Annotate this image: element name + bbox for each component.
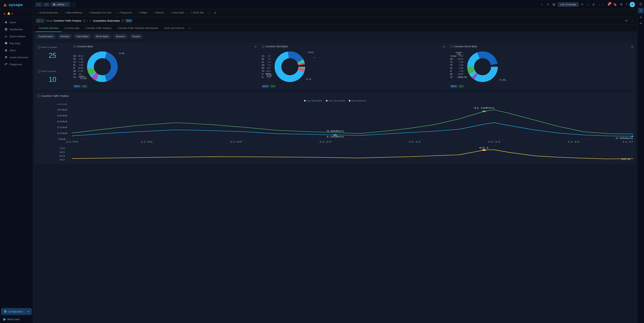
group-selector[interactable] <box>36 19 44 23</box>
group-info-icon[interactable]: i <box>83 20 86 22</box>
filter-server-bytes[interactable]: Server Bytes <box>93 34 112 39</box>
sessions-peak-label: 63.1 <box>479 147 489 149</box>
user-avatar[interactable]: A <box>630 2 635 7</box>
page-title: Countries Overview <box>93 19 120 22</box>
timeline-info-icon[interactable]: i <box>37 95 40 97</box>
tab-label-widget: Widget <box>140 11 147 14</box>
apps-button[interactable]: ⋮⋮ <box>597 2 605 7</box>
refresh-button[interactable] <box>591 2 596 7</box>
tab-widget[interactable]: □ Widget <box>136 9 150 17</box>
sub-tab-label-3: Countries Traffic Timelines with Baselin… <box>118 27 158 30</box>
table-button[interactable] <box>552 2 556 7</box>
star-button[interactable]: ☆ <box>540 2 544 7</box>
add-sub-tab-button[interactable]: + <box>188 27 192 30</box>
back-icon <box>37 3 40 6</box>
svg-point-1 <box>4 5 5 6</box>
y-label-30m: 30M <box>57 109 67 111</box>
tab-alerts12[interactable]: □ Alerts12 <box>151 9 167 17</box>
sub-tab-countries-overview[interactable]: Countries Overview <box>36 25 62 32</box>
whats-new-button[interactable]: What's new? <box>3 318 30 321</box>
y2-label-40: 40 <box>59 159 65 161</box>
tab-hosts-dash[interactable]: □ Hosts Dash <box>168 9 187 17</box>
breadcrumb-star[interactable]: ☆ <box>89 19 92 22</box>
sub-tab-traffic-stats[interactable]: Countries Traffic Statistics <box>82 25 115 32</box>
bar-icon <box>640 16 642 18</box>
sidebar-item-home[interactable]: Home <box>1 19 32 26</box>
right-panel-bar-btn[interactable] <box>638 14 644 20</box>
help-button[interactable]: ? <box>625 2 628 7</box>
filter-country-name[interactable]: Country Name <box>36 34 56 39</box>
sidebar-item-assets-discovery[interactable]: Assets Discovery <box>1 54 32 61</box>
dropdown-icon <box>40 20 43 22</box>
sessions-dot <box>349 100 350 102</box>
right-panel-list-btn[interactable] <box>638 21 644 26</box>
sub-tab-alerts-protocols[interactable]: Alerts and Protocols <box>161 25 187 32</box>
legend-ie-label: IE <box>73 67 75 70</box>
client-info-icon[interactable]: i <box>38 70 40 73</box>
y-label-35m: 35M <box>57 104 67 105</box>
tab-close-button[interactable]: ✕ <box>213 11 217 14</box>
sub-tab-traffic-timelines[interactable]: Countries Traffic Timelines with Baselin… <box>114 25 161 32</box>
filter-packets[interactable]: Packets <box>129 34 143 39</box>
sidebar-item-raw-data[interactable]: Raw Data <box>1 40 32 47</box>
add-tab-button[interactable]: + <box>71 2 76 7</box>
sidebar-item-quick-analysis[interactable]: Quick Analysis <box>1 33 32 40</box>
notifications-button[interactable]: 5 <box>606 2 611 7</box>
page-info-icon[interactable]: i <box>121 20 124 22</box>
bytes-info-icon[interactable]: i <box>73 45 76 48</box>
edit-button[interactable]: ✏ <box>624 18 628 23</box>
more-button[interactable]: ⋮ <box>630 18 634 23</box>
filter-client-bytes[interactable]: Client Bytes <box>74 34 92 39</box>
tab-more-button[interactable]: ⋮ <box>206 11 212 15</box>
tab-icon-widget: □ <box>138 12 140 14</box>
client-countries-label: Client Countries <box>42 70 56 72</box>
bytes-copy-icon[interactable]: ⎘ <box>255 45 256 48</box>
server-info-icon[interactable]: i <box>38 46 40 49</box>
sub-tab-countries-map[interactable]: Countries Map <box>62 25 82 32</box>
client-bytes-info-icon[interactable]: i <box>262 45 264 48</box>
tab-icon-hosts: □ <box>170 12 172 14</box>
right-panel-chart-btn[interactable] <box>638 8 644 13</box>
filter-button[interactable] <box>546 2 550 7</box>
configuration-button[interactable]: Configuration ▾ <box>1 308 32 315</box>
tab-piotr-test[interactable]: ⇒ [Piotr] Test <box>188 9 206 17</box>
client-bits-line <box>72 123 633 136</box>
sidebar-item-raw-data-label: Raw Data <box>10 42 20 45</box>
sidebar-item-dashboards[interactable]: Dashboards <box>1 26 32 33</box>
legend-sessions-label: Sum Sessions/s <box>351 100 366 102</box>
time-range-selector[interactable]: Last 15 minutes <box>558 2 579 7</box>
sub-tab-label-4: Alerts and Protocols <box>164 27 184 30</box>
settings-button[interactable]: ⚙ <box>619 2 624 7</box>
tab-moje-drilldowny[interactable]: □ Moje drilldowny <box>62 9 85 17</box>
back-button[interactable] <box>35 2 42 7</box>
server-bytes-badges: Metric 15m <box>450 85 633 88</box>
filter-sessions[interactable]: Sessions <box>113 34 128 39</box>
us-server-label: US 241.5M <box>458 76 467 78</box>
server-bytes-copy-icon[interactable]: ⎘ <box>632 45 633 48</box>
client-countries-value: 10 <box>38 74 67 85</box>
source-selector[interactable]: netflow <box>51 2 70 7</box>
bookmark-time-button[interactable]: ☆ <box>586 2 590 7</box>
legend-se-label: SE <box>73 73 76 76</box>
filter-direction[interactable]: Direction <box>58 34 72 39</box>
sub-tabs: Countries Overview Countries Map Countri… <box>33 25 637 32</box>
layers-icon <box>4 56 8 59</box>
client-bytes-copy-icon[interactable]: ⎘ <box>443 45 444 48</box>
close-time-button[interactable]: ✕ <box>580 2 584 7</box>
right-panel <box>637 0 644 323</box>
sidebar-item-alerts[interactable]: Alerts <box>1 47 32 54</box>
sidebar-item-dashboards-label: Dashboards <box>10 28 23 31</box>
breadcrumb-group: Group: Countries Traffic Analysis <box>46 20 82 22</box>
right-panel-copy-btn[interactable] <box>638 2 644 7</box>
tab-playground[interactable]: ⇒ Playground <box>115 9 134 17</box>
filter-pill-2: Client Bytes <box>76 35 88 38</box>
tab-reputation[interactable]: □ Reputation Ext Links <box>86 9 114 17</box>
countries-bytes-title: Countries Bytes <box>77 45 93 48</box>
chart-button[interactable] <box>43 3 50 7</box>
time-badge-client: 15m <box>270 85 276 88</box>
source-label: netflow <box>57 3 64 6</box>
bookmark-button[interactable]: 🔖 <box>612 2 618 7</box>
server-bytes-info-icon[interactable]: i <box>450 45 453 48</box>
tab-assets-exploration[interactable]: □ Assets Exploration <box>34 9 61 17</box>
sidebar-item-playground[interactable]: Playground <box>1 61 32 68</box>
